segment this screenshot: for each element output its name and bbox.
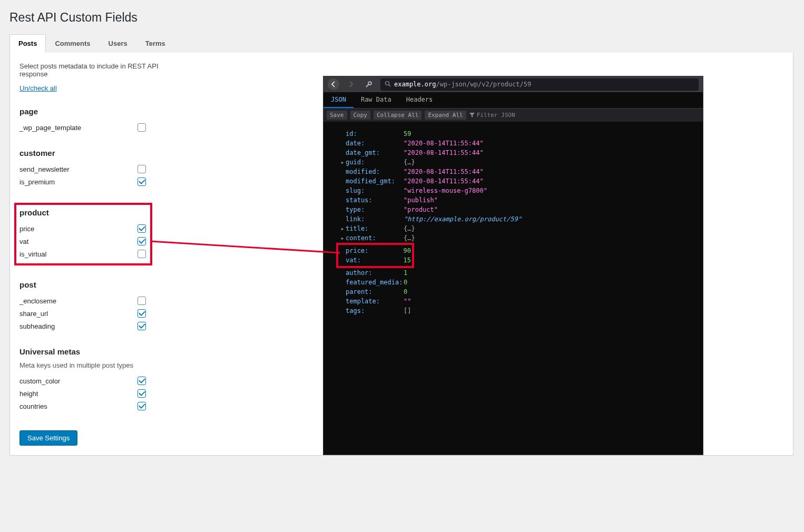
json-key: type: [346, 205, 404, 214]
field-row: custom_color [19, 375, 146, 387]
devtools-subtoolbar: SaveCopyCollapse AllExpand AllFilter JSO… [323, 109, 703, 122]
json-key: parent: [346, 287, 404, 297]
json-value: 1 [404, 268, 407, 278]
field-label: countries [19, 402, 47, 410]
checkbox-height[interactable] [138, 389, 146, 398]
section-title-universal: Universal metas [19, 347, 178, 356]
expander-icon[interactable]: ▸ [339, 233, 346, 243]
json-row: ▸content:{…} [332, 233, 694, 243]
url-host: example.org [394, 81, 436, 88]
json-row: ▸guid:{…} [332, 157, 694, 167]
json-row: modified_gmt:"2020-08-14T11:55:44" [332, 176, 694, 186]
json-key: guid: [346, 157, 404, 167]
devtools-tab-headers[interactable]: Headers [399, 92, 440, 108]
json-key: modified: [346, 167, 404, 176]
json-key: featured_media: [346, 278, 404, 287]
field-label: custom_color [19, 377, 60, 385]
expander-icon [339, 297, 346, 306]
tab-nav: PostsCommentsUsersTerms [9, 34, 793, 53]
filter-json[interactable]: Filter JSON [469, 112, 515, 119]
json-row: price:90 [339, 246, 411, 255]
field-row: vat [19, 235, 146, 248]
section-title-page: page [19, 107, 178, 116]
json-highlight: price:90vat:15 [336, 243, 414, 268]
json-key: status: [346, 195, 404, 205]
json-key: modified_gmt: [346, 176, 404, 186]
json-key: link: [346, 214, 404, 224]
expander-icon[interactable]: ▸ [339, 224, 346, 233]
url-bar[interactable]: example.org/wp-json/wp/v2/product/59 [380, 78, 699, 91]
json-row: slug:"wireless-mouse-g7800" [332, 186, 694, 195]
json-row: tags:[] [332, 306, 694, 316]
json-value: "2020-08-14T11:55:44" [404, 148, 484, 157]
json-row: id:59 [332, 129, 694, 139]
json-body: id:59date:"2020-08-14T11:55:44"date_gmt:… [323, 122, 703, 324]
tab-users[interactable]: Users [100, 34, 136, 53]
expander-icon [339, 246, 346, 255]
checkbox-vat[interactable] [138, 237, 146, 245]
field-row: _encloseme [19, 294, 146, 307]
field-label: height [19, 390, 38, 398]
checkbox-is_premium[interactable] [138, 178, 146, 186]
json-row: date:"2020-08-14T11:55:44" [332, 139, 694, 148]
json-key: slug: [346, 186, 404, 195]
checkbox-price[interactable] [138, 224, 146, 233]
json-row: parent:0 [332, 287, 694, 297]
devtools-tab-raw-data[interactable]: Raw Data [354, 92, 399, 108]
field-label: vat [19, 238, 28, 245]
tab-terms[interactable]: Terms [136, 34, 174, 53]
expander-icon [339, 205, 346, 214]
checkbox-custom_color[interactable] [138, 377, 146, 385]
filter-icon [469, 113, 475, 118]
expander-icon[interactable]: ▸ [339, 157, 346, 167]
json-key: template: [346, 297, 404, 306]
search-icon [385, 81, 391, 88]
json-key: title: [346, 224, 404, 233]
field-row: subheading [19, 320, 146, 332]
svg-line-1 [389, 85, 390, 86]
devtools-btn-copy[interactable]: Copy [350, 111, 371, 120]
json-value: "publish" [404, 195, 438, 205]
page-title: Rest API Custom Fields [9, 11, 793, 25]
back-icon[interactable] [328, 78, 339, 90]
json-value: 59 [404, 129, 411, 139]
json-value: 0 [404, 278, 407, 287]
field-row: send_newsletter [19, 163, 146, 175]
expander-icon [339, 186, 346, 195]
json-key: date: [346, 139, 404, 148]
checkbox-_encloseme[interactable] [138, 297, 146, 305]
checkbox-countries[interactable] [138, 402, 146, 410]
uncheck-all-link[interactable]: Un/check all [19, 84, 57, 92]
field-label: is_premium [19, 178, 55, 186]
checkbox-subheading[interactable] [138, 322, 146, 330]
json-key: author: [346, 268, 404, 278]
devtools-btn-save[interactable]: Save [327, 111, 347, 120]
expander-icon [339, 148, 346, 157]
json-row: link:"http://example.org/product/59" [332, 214, 694, 224]
field-label: _encloseme [19, 297, 56, 305]
json-value: "wireless-mouse-g7800" [404, 186, 487, 195]
tab-comments[interactable]: Comments [46, 34, 99, 53]
save-button[interactable]: Save Settings [19, 430, 77, 446]
devtools-btn-collapse-all[interactable]: Collapse All [374, 111, 421, 120]
devtools-tab-json[interactable]: JSON [323, 92, 354, 108]
expander-icon [339, 214, 346, 224]
json-value: "2020-08-14T11:55:44" [404, 139, 484, 148]
expander-icon [339, 255, 346, 265]
tab-posts[interactable]: Posts [9, 34, 46, 53]
checkbox-is_virtual[interactable] [138, 250, 146, 258]
wrench-icon[interactable] [362, 78, 375, 91]
json-row: modified:"2020-08-14T11:55:44" [332, 167, 694, 176]
field-label: _wp_page_template [19, 124, 81, 132]
json-row: featured_media:0 [332, 278, 694, 287]
section-title-product: product [19, 208, 147, 217]
field-row: share_url [19, 307, 146, 320]
forward-icon[interactable] [345, 78, 357, 91]
checkbox-send_newsletter[interactable] [138, 165, 146, 173]
devtools-btn-expand-all[interactable]: Expand All [425, 111, 466, 120]
checkbox-_wp_page_template[interactable] [138, 123, 146, 132]
checkbox-share_url[interactable] [138, 309, 146, 318]
json-value: "2020-08-14T11:55:44" [404, 167, 484, 176]
field-label: send_newsletter [19, 165, 70, 173]
field-label: price [19, 225, 34, 233]
